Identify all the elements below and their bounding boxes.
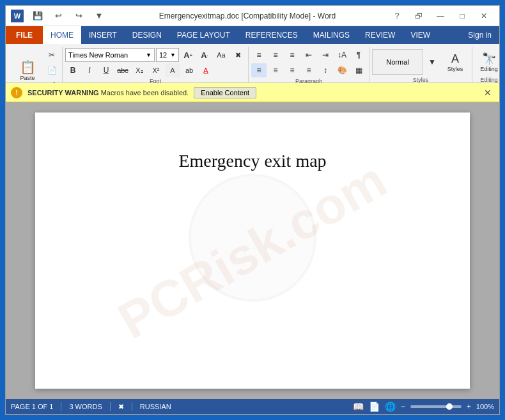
status-bar-right: 📖 📄 🌐 − + 100%	[353, 401, 494, 412]
ribbon-groups: 📋 Paste ✂ 📄 🖌 Clipboard Times	[10, 47, 495, 82]
status-divider-1	[61, 402, 61, 411]
security-bar: ! SECURITY WARNING Macros have been disa…	[6, 83, 499, 102]
zoom-thumb	[446, 403, 453, 410]
styles-button[interactable]: A Styles	[441, 48, 469, 76]
menu-design[interactable]: DESIGN	[125, 26, 169, 44]
italic-button[interactable]: I	[82, 63, 97, 77]
increase-indent-button[interactable]: ⇥	[318, 48, 333, 62]
styles-icon: A	[451, 52, 459, 66]
web-layout-button[interactable]: 🌐	[385, 401, 396, 412]
bold-button[interactable]: B	[65, 63, 81, 77]
paste-label: Paste	[20, 75, 35, 81]
zoom-in-button[interactable]: +	[467, 402, 471, 411]
minimize-button[interactable]: —	[430, 9, 451, 23]
align-center-button[interactable]: ≡	[268, 63, 283, 77]
multilevel-button[interactable]: ≡	[284, 48, 300, 62]
paste-button[interactable]: 📋 Paste	[12, 56, 43, 84]
editing-button[interactable]: 🔭 Editing	[475, 48, 503, 76]
font-content: Times New Roman ▼ 12 ▼ A+ A- Aa ✖ B	[65, 48, 245, 77]
maximize-button[interactable]: □	[452, 9, 472, 23]
subscript-button[interactable]: X₂	[132, 63, 147, 77]
menu-mailings[interactable]: MAILINGS	[306, 26, 357, 44]
sort-button[interactable]: ↕A	[334, 48, 350, 62]
menu-file[interactable]: FILE	[6, 26, 43, 44]
strikethrough-button[interactable]: abc	[115, 63, 130, 77]
document-title: Emergency exit map	[74, 151, 431, 171]
menu-view[interactable]: VIEW	[403, 26, 438, 44]
clear-format-button[interactable]: ✖	[230, 48, 245, 62]
security-close-button[interactable]: ✕	[481, 86, 494, 99]
cut-button[interactable]: ✂	[44, 48, 59, 62]
word-icon: W	[11, 10, 24, 22]
font-size-value: 12	[159, 51, 167, 59]
bullets-button[interactable]: ≡	[251, 48, 267, 62]
copy-button[interactable]: 📄	[44, 63, 59, 77]
more-button[interactable]: ▼	[90, 9, 108, 23]
justify-button[interactable]: ≡	[301, 63, 316, 77]
shading-button[interactable]: 🎨	[334, 63, 350, 77]
font-name-box[interactable]: Times New Roman ▼	[65, 48, 155, 62]
paragraph-content: ≡ ≡ ≡ ⇤ ⇥ ↕A ¶ ≡ ≡ ≡ ≡ ↕ 🎨	[251, 48, 366, 77]
font-row2: B I U abc X₂ X² A ab A	[65, 63, 214, 77]
proofing-icon: ✖	[118, 403, 124, 411]
font-name-value: Times New Roman	[68, 51, 128, 59]
page-indicator: PAGE 1 OF 1	[11, 403, 53, 410]
clear-all-button[interactable]: A	[165, 63, 180, 77]
title-bar: W 💾 ↩ ↪ ▼ Emergencyexitmap.doc [Compatib…	[6, 6, 499, 26]
magnifier-watermark	[189, 174, 316, 302]
document-page: PCRisk.com Emergency exit map	[35, 113, 470, 389]
para-row1: ≡ ≡ ≡ ⇤ ⇥ ↕A ¶	[251, 48, 366, 62]
redo-button[interactable]: ↪	[70, 9, 88, 23]
menu-page-layout[interactable]: PAGE LAYOUT	[169, 26, 238, 44]
zoom-slider[interactable]	[410, 405, 462, 408]
font-size-box[interactable]: 12 ▼	[156, 48, 179, 62]
superscript-button[interactable]: X²	[148, 63, 164, 77]
editing-icon: 🔭	[482, 52, 496, 66]
borders-button[interactable]: ▦	[351, 63, 366, 77]
styles-label: Styles	[447, 66, 463, 72]
undo-button[interactable]: ↩	[49, 9, 67, 23]
show-marks-button[interactable]: ¶	[351, 48, 366, 62]
restore-button[interactable]: 🗗	[408, 9, 429, 23]
menu-home[interactable]: HOME	[43, 26, 81, 44]
decrease-indent-button[interactable]: ⇤	[301, 48, 316, 62]
security-warning-label: SECURITY WARNING	[27, 89, 99, 97]
word-count: 3 WORDS	[69, 403, 102, 410]
ribbon: 📋 Paste ✂ 📄 🖌 Clipboard Times	[6, 44, 499, 83]
editing-content: 🔭 Editing	[475, 48, 503, 76]
styles-group: Normal ▼ A Styles Styles	[369, 47, 472, 82]
zoom-out-button[interactable]: −	[401, 402, 405, 411]
underline-button[interactable]: U	[98, 63, 114, 77]
styles-content: Normal ▼ A Styles	[372, 48, 469, 76]
font-row1: Times New Roman ▼ 12 ▼ A+ A- Aa ✖	[65, 48, 245, 62]
align-right-button[interactable]: ≡	[284, 63, 300, 77]
read-mode-button[interactable]: 📖	[353, 401, 364, 412]
increase-font-button[interactable]: A+	[180, 48, 196, 62]
menu-review[interactable]: REVIEW	[357, 26, 403, 44]
font-group: Times New Roman ▼ 12 ▼ A+ A- Aa ✖ B	[63, 47, 249, 82]
document-area: PCRisk.com Emergency exit map	[6, 102, 499, 399]
save-button[interactable]: 💾	[29, 9, 47, 23]
para-row2: ≡ ≡ ≡ ≡ ↕ 🎨 ▦	[251, 63, 366, 77]
menu-insert[interactable]: INSERT	[81, 26, 125, 44]
help-button[interactable]: ?	[387, 9, 407, 23]
change-case-button[interactable]: Aa	[214, 48, 229, 62]
numbering-button[interactable]: ≡	[268, 48, 283, 62]
line-spacing-button[interactable]: ↕	[318, 63, 333, 77]
clipboard-group: 📋 Paste ✂ 📄 🖌 Clipboard	[10, 47, 63, 82]
print-layout-button[interactable]: 📄	[369, 401, 380, 412]
styles-gallery[interactable]: Normal	[372, 49, 423, 75]
enable-content-button[interactable]: Enable Content	[194, 87, 256, 98]
menu-references[interactable]: REFERENCES	[238, 26, 306, 44]
title-bar-left: W 💾 ↩ ↪ ▼	[11, 9, 108, 23]
editing-group: 🔭 Editing Editing	[472, 47, 505, 82]
highlight-button[interactable]: ab	[182, 63, 197, 77]
decrease-font-button[interactable]: A-	[197, 48, 212, 62]
security-text: SECURITY WARNING Macros have been disabl…	[27, 89, 189, 97]
sign-in-link[interactable]: Sign in	[460, 26, 499, 44]
language-indicator: RUSSIAN	[140, 403, 171, 410]
styles-dropdown-button[interactable]: ▼	[424, 55, 440, 69]
close-button[interactable]: ✕	[474, 9, 494, 23]
align-left-button[interactable]: ≡	[251, 63, 267, 77]
font-color-button[interactable]: A	[198, 63, 214, 77]
